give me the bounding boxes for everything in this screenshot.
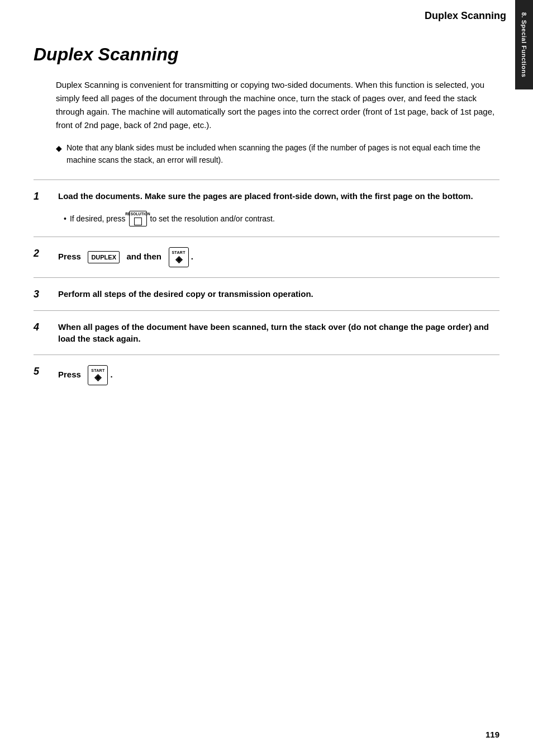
diamond-icon: ◆ — [56, 143, 62, 166]
start-icon-step5: ◈ — [94, 373, 101, 382]
intro-paragraph: Duplex Scanning is convenient for transm… — [56, 78, 499, 132]
start-label-step5: START — [91, 368, 104, 372]
start-button-step5[interactable]: START ◈ — [88, 365, 108, 385]
step-1-number: 1 — [34, 190, 49, 202]
step-1: 1 Load the documents. Make sure the page… — [34, 179, 499, 237]
step-5-period: . — [111, 370, 113, 379]
chapter-title: Duplex Scanning — [34, 44, 499, 65]
step-5-title: Press START ◈ . — [58, 365, 499, 385]
step-4-title: When all pages of the document have been… — [58, 321, 499, 344]
step-1-sub: • If desired, press RESOLUTION to set th… — [64, 211, 499, 226]
step-2: 2 Press DUPLEX and then START ◈ — [34, 237, 499, 277]
step-5-press: Press — [58, 370, 81, 379]
step-1-content: Load the documents. Make sure the pages … — [58, 190, 499, 226]
duplex-label: DUPLEX — [91, 253, 116, 262]
resolution-button[interactable]: RESOLUTION — [129, 211, 147, 226]
step-5-content: Press START ◈ . — [58, 365, 499, 385]
page-number: 119 — [486, 730, 499, 739]
step-2-number: 2 — [34, 247, 49, 259]
note-bullet: ◆ Note that any blank sides must be incl… — [56, 142, 499, 166]
step-3: 3 Perform all steps of the desired copy … — [34, 277, 499, 310]
step-3-title: Perform all steps of the desired copy or… — [58, 288, 499, 300]
step-1-sub-text: If desired, press — [70, 213, 126, 225]
resolution-box — [134, 218, 142, 225]
bullet-circle: • — [64, 213, 66, 225]
start-icon-step2: ◈ — [175, 255, 182, 264]
step-2-press: Press — [58, 252, 81, 261]
step-2-period: . — [191, 252, 193, 261]
step-4-number: 4 — [34, 321, 49, 333]
side-tab-text: 8. Special Functions — [520, 12, 528, 77]
step-2-title: Press DUPLEX and then START ◈ . — [58, 247, 499, 267]
step-4: 4 When all pages of the document have be… — [34, 310, 499, 355]
step-1-title: Load the documents. Make sure the pages … — [58, 190, 499, 202]
steps-container: 1 Load the documents. Make sure the page… — [34, 179, 499, 395]
main-content: Duplex Scanning Duplex Scanning is conve… — [0, 44, 533, 418]
step-3-content: Perform all steps of the desired copy or… — [58, 288, 499, 300]
step-5: 5 Press START ◈ . — [34, 355, 499, 395]
step-3-number: 3 — [34, 288, 49, 300]
note-text: Note that any blank sides must be includ… — [66, 142, 499, 166]
duplex-button[interactable]: DUPLEX — [88, 251, 120, 263]
start-button-step2[interactable]: START ◈ — [169, 247, 189, 267]
step-1-sub-after: to set the resolution and/or contrast. — [150, 213, 275, 225]
step-5-number: 5 — [34, 365, 49, 377]
side-tab: 8. Special Functions — [515, 0, 533, 89]
page-header: Duplex Scanning — [0, 0, 533, 27]
step-2-content: Press DUPLEX and then START ◈ . — [58, 247, 499, 267]
header-title: Duplex Scanning — [425, 10, 506, 22]
resolution-label: RESOLUTION — [125, 212, 150, 216]
step-2-and-then: and then — [127, 252, 162, 261]
step-4-content: When all pages of the document have been… — [58, 321, 499, 344]
start-label-step2: START — [172, 251, 185, 254]
